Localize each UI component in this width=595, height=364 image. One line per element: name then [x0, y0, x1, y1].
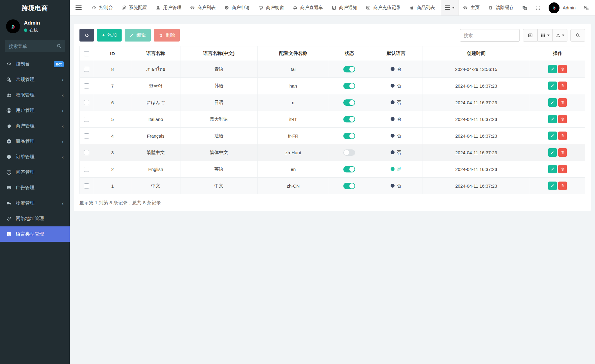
delete-button[interactable]: 删除 [154, 29, 180, 42]
sidebar-item-4[interactable]: 商户管理 [0, 118, 70, 134]
row-checkbox[interactable] [84, 83, 89, 88]
topnav-item-2[interactable]: 用户管理 [151, 0, 186, 15]
home-icon [463, 5, 468, 10]
add-button-label: 添加 [107, 32, 117, 38]
sidebar-item-label: 常规管理 [16, 76, 35, 83]
refresh-button[interactable] [79, 29, 94, 42]
row-edit-button[interactable] [548, 148, 557, 157]
sidebar-item-8[interactable]: 广告管理 [0, 180, 70, 195]
sidebar-item-9[interactable]: 物流管理 [0, 195, 70, 211]
row-edit-button[interactable] [548, 82, 557, 90]
row-delete-button[interactable] [558, 132, 567, 140]
table-row[interactable]: 1中文中文zh-CN否2024-04-11 16:37:23 [80, 178, 585, 194]
topnav-item-7[interactable]: 商户通知 [327, 0, 361, 15]
cell-config-name: ri [257, 94, 329, 111]
user-menu[interactable]: ♪ Admin [545, 0, 580, 15]
search-toggle-button[interactable] [570, 29, 585, 42]
main-area: 控制台系统配置用户管理商户列表商户申请商户橱窗商户直通车商户通知商户充值记录商品… [70, 0, 595, 364]
sidebar-item-11[interactable]: 文语言类型管理 [0, 226, 70, 242]
table-row[interactable]: 4Français法语fr-FR否2024-04-11 16:37:23 [80, 128, 585, 144]
table-row[interactable]: 2English英语en是2024-04-11 16:37:23 [80, 161, 585, 178]
expand-icon [535, 5, 541, 11]
columns-button[interactable] [538, 29, 553, 42]
edit-button[interactable]: 编辑 [125, 29, 151, 42]
row-delete-button[interactable] [558, 65, 567, 73]
table-row[interactable]: 5Italiano意大利语it-IT否2024-04-11 16:37:23 [80, 111, 585, 128]
add-button[interactable]: 添加 [97, 29, 122, 42]
row-edit-button[interactable] [548, 65, 557, 73]
table-search-input[interactable] [460, 29, 520, 42]
status-toggle[interactable] [343, 133, 355, 139]
nav-list-dropdown-button[interactable] [441, 0, 459, 15]
topnav-item-3[interactable]: 商户列表 [186, 0, 220, 15]
sidebar-toggle-button[interactable] [70, 0, 87, 15]
table-row[interactable]: 7한국어韩语han否2024-04-11 16:37:23 [80, 78, 585, 94]
table-row[interactable]: 8ภาษาไทย泰语tai否2024-04-29 13:56:15 [80, 61, 585, 78]
row-checkbox[interactable] [84, 67, 89, 72]
row-delete-button[interactable] [558, 82, 567, 90]
row-checkbox[interactable] [84, 167, 89, 172]
sidebar-item-3[interactable]: 用户管理 [0, 103, 70, 118]
status-toggle[interactable] [343, 116, 355, 122]
export-button[interactable] [553, 29, 567, 42]
sidebar-item-1[interactable]: 常规管理 [0, 72, 70, 87]
row-edit-button[interactable] [548, 165, 557, 173]
sidebar-item-5[interactable]: P商品管理 [0, 134, 70, 149]
clear-cache-button[interactable]: 清除缓存 [484, 0, 518, 15]
row-delete-button[interactable] [558, 165, 567, 173]
topnav-item-label: 控制台 [99, 5, 113, 11]
row-checkbox[interactable] [84, 133, 89, 139]
topnav-item-8[interactable]: 商户充值记录 [361, 0, 405, 15]
topnav-item-5[interactable]: 商户橱窗 [254, 0, 288, 15]
cell-language-name: にほんご [131, 94, 180, 111]
row-checkbox[interactable] [84, 150, 89, 155]
row-checkbox[interactable] [84, 117, 89, 122]
row-edit-button[interactable] [548, 182, 557, 190]
topnav-item-6[interactable]: 商户直通车 [288, 0, 327, 15]
row-delete-button[interactable] [558, 98, 567, 107]
topnav-item-9[interactable]: 商品列表 [405, 0, 439, 15]
settings-button[interactable] [580, 0, 595, 15]
table-row[interactable]: 6にほんご日语ri否2024-04-11 16:37:23 [80, 94, 585, 111]
status-toggle[interactable] [343, 83, 355, 89]
pencil-icon [550, 150, 555, 155]
status-toggle[interactable] [343, 99, 355, 106]
sidebar-item-2[interactable]: 权限管理 [0, 87, 70, 103]
sidebar-item-0[interactable]: 控制台hot [0, 56, 70, 72]
fullscreen-button[interactable] [531, 0, 545, 15]
topnav-item-1[interactable]: 系统配置 [117, 0, 151, 15]
row-checkbox[interactable] [84, 100, 89, 105]
topnav-item-0[interactable]: 控制台 [87, 0, 117, 15]
row-checkbox[interactable] [84, 183, 89, 189]
sidebar-item-label: 商品管理 [16, 138, 35, 145]
row-edit-button[interactable] [548, 132, 557, 140]
status-toggle[interactable] [343, 166, 355, 172]
detail-view-button[interactable] [523, 29, 538, 42]
row-edit-button[interactable] [548, 98, 557, 107]
row-edit-button[interactable] [548, 115, 557, 123]
cell-actions [530, 94, 585, 111]
select-all-checkbox[interactable] [84, 51, 89, 56]
status-toggle[interactable] [343, 66, 355, 72]
topnav-item-label: 商户直通车 [300, 5, 323, 11]
sidebar-item-6[interactable]: 订单管理 [0, 149, 70, 165]
topnav-item-4[interactable]: 商户申请 [220, 0, 254, 15]
sidebar-item-7[interactable]: ?问答管理 [0, 165, 70, 180]
menu-search-input[interactable] [5, 40, 65, 52]
translate-button[interactable]: A文 [518, 0, 531, 15]
trash-icon [560, 184, 565, 188]
row-delete-button[interactable] [558, 182, 567, 190]
status-toggle[interactable] [343, 183, 355, 189]
cell-created-time: 2024-04-11 16:37:23 [422, 161, 530, 178]
row-delete-button[interactable] [558, 148, 567, 157]
status-toggle[interactable] [343, 149, 355, 156]
default-label: 否 [397, 150, 401, 155]
cell-language-name: Italiano [131, 111, 180, 128]
hamburger-icon [76, 5, 82, 11]
sidebar-item-10[interactable]: 网络地址管理 [0, 211, 70, 226]
avatar[interactable]: ♪ [6, 19, 20, 33]
home-link[interactable]: 主页 [459, 0, 484, 15]
table-row[interactable]: 3繁體中文繁体中文zh-Hant否2024-04-11 16:37:23 [80, 144, 585, 161]
row-delete-button[interactable] [558, 115, 567, 123]
chevron-left-icon [62, 92, 64, 98]
